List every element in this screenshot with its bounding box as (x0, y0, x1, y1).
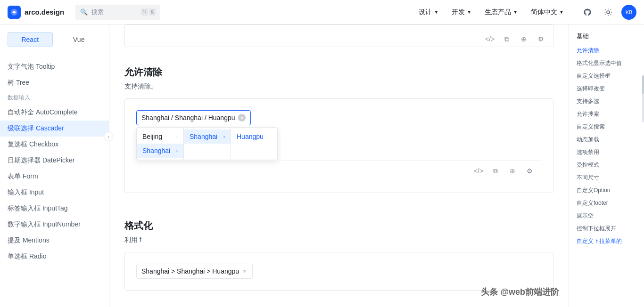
framework-tabs: React Vue (0, 32, 109, 53)
toolbar-code-btn-2[interactable]: </> (472, 164, 485, 178)
right-sidebar-link-14[interactable]: 控制下拉框展开 (569, 222, 644, 235)
section-desc-format: 利用 f (124, 236, 553, 244)
sidebar-item-datepicker[interactable]: 日期选择器 DatePicker (0, 153, 109, 169)
section-title-format: 格式化 (124, 208, 553, 232)
toolbar-expand-btn[interactable]: ⊕ (517, 32, 530, 46)
right-sidebar-link-13[interactable]: 展示空 (569, 210, 644, 222)
arrow-right-icon: › (176, 148, 178, 154)
copy-icon: ⧉ (493, 167, 498, 175)
format-cascader-value: Shanghai > Shanghai > Huangpu (141, 267, 239, 275)
cascader-clear-button[interactable]: ✕ (238, 114, 246, 121)
right-sidebar-link-15[interactable]: 自定义下拉菜单的 (569, 235, 644, 248)
right-sidebar-link-4[interactable]: 支持多选 (569, 95, 644, 108)
nav-link-ecosystem[interactable]: 生态产品 ▼ (478, 0, 524, 24)
sidebar-item-cascader[interactable]: 级联选择 Cascader (0, 121, 109, 137)
right-sidebar-link-10[interactable]: 不同尺寸 (569, 171, 644, 184)
sidebar-item-radio[interactable]: 单选框 Radio (0, 249, 109, 265)
tab-react[interactable]: React (8, 32, 53, 47)
nav-link-design[interactable]: 设计 ▼ (412, 0, 445, 24)
cascader-input[interactable]: Shanghai / Shanghai / Huangpu ✕ (136, 110, 251, 125)
sidebar-item-tree[interactable]: 树 Tree (0, 75, 109, 91)
format-cascader-input[interactable]: Shanghai > Shanghai > Huangpu ▼ (136, 264, 253, 279)
sidebar-item-inputtag[interactable]: 标签输入框 InputTag (0, 201, 109, 217)
right-sidebar-link-9[interactable]: 受控模式 (569, 159, 644, 171)
left-sidebar: React Vue 文字气泡 Tooltip 树 Tree 数据输入 自动补全 … (0, 24, 109, 307)
cascader-option-beijing[interactable]: Beijing › (137, 129, 183, 144)
section-format: 格式化 利用 f Shanghai > Shanghai > Huangpu ▼ (124, 208, 553, 291)
chevron-down-icon: ▼ (467, 9, 471, 15)
arrow-right-icon: › (176, 134, 178, 139)
section-desc-allow-clear: 支持清除。 (124, 82, 553, 91)
svg-line-9 (611, 9, 611, 10)
svg-line-4 (605, 9, 606, 10)
copy-icon: ⧉ (504, 35, 509, 43)
demo-toolbar-1: </> ⧉ ⊕ ⚙ (136, 160, 542, 181)
code-icon: </> (485, 35, 495, 43)
close-icon: ✕ (240, 115, 244, 121)
expand-icon: ⊕ (521, 35, 527, 43)
toolbar-expand-btn-2[interactable]: ⊕ (506, 164, 519, 178)
nav-icons: KB (580, 5, 636, 20)
kbd-cmd: ⌘ (141, 8, 148, 16)
partial-section-top: </> ⧉ ⊕ ⚙ (124, 24, 553, 47)
right-sidebar-link-3[interactable]: 选择即改变 (569, 82, 644, 95)
toolbar-settings-btn-2[interactable]: ⚙ (523, 164, 536, 178)
sidebar-item-datainput[interactable]: 数据输入 (0, 91, 109, 105)
cascader-option-huangpu[interactable]: Huangpu (231, 129, 278, 144)
right-sidebar-link-11[interactable]: 自定义Option (569, 184, 644, 197)
arrow-right-icon: › (223, 134, 225, 139)
settings-icon: ⚙ (527, 167, 533, 175)
svg-point-1 (607, 11, 610, 14)
sidebar-item-tooltip[interactable]: 文字气泡 Tooltip (0, 59, 109, 75)
search-placeholder: 搜索 (91, 8, 104, 16)
cascader-panel-level3: Huangpu (231, 128, 278, 160)
tab-vue[interactable]: Vue (57, 32, 102, 47)
demo-box-allow-clear: Shanghai / Shanghai / Huangpu ✕ Beijing … (124, 98, 553, 193)
logo-text: arco.design (25, 8, 64, 16)
right-sidebar: 基础 允许清除 格式化显示选中值 自定义选择框 选择即改变 支持多选 允许搜索 … (569, 24, 644, 307)
right-sidebar-link-1[interactable]: 格式化显示选中值 (569, 57, 644, 70)
svg-line-5 (611, 14, 611, 15)
sidebar-item-autocomplete[interactable]: 自动补全 AutoComplete (0, 105, 109, 121)
sidebar-item-inputnumber[interactable]: 数字输入框 InputNumber (0, 217, 109, 233)
search-bar[interactable]: 🔍 搜索 ⌘ K (75, 5, 160, 20)
right-sidebar-link-7[interactable]: 动态加载 (569, 133, 644, 146)
toolbar-copy-btn-2[interactable]: ⧉ (489, 164, 502, 178)
right-sidebar-link-0[interactable]: 允许清除 (569, 44, 644, 57)
code-icon: </> (474, 167, 483, 175)
search-icon: 🔍 (80, 8, 88, 16)
sidebar-item-input[interactable]: 输入框 Input (0, 185, 109, 201)
theme-icon[interactable] (601, 5, 616, 20)
chevron-down-icon: ▼ (559, 9, 564, 15)
github-icon[interactable] (580, 5, 595, 20)
toolbar-settings-btn[interactable]: ⚙ (534, 32, 547, 46)
chevron-down-icon: ▼ (513, 9, 518, 15)
cascader-dropdown: Beijing › Shanghai › Shanghai › (136, 127, 278, 160)
search-keyboard-shortcut: ⌘ K (141, 8, 156, 16)
logo[interactable]: arco.design (8, 6, 64, 19)
section-title-allow-clear: 允许清除 (124, 55, 553, 79)
toolbar-copy-btn[interactable]: ⧉ (500, 32, 513, 46)
right-sidebar-title: 基础 (569, 30, 644, 44)
scrollbar-thumb (642, 75, 644, 94)
right-sidebar-link-12[interactable]: 自定义footer (569, 197, 644, 210)
nav-links: 设计 ▼ 开发 ▼ 生态产品 ▼ 简体中文 ▼ (412, 0, 570, 24)
right-sidebar-link-8[interactable]: 选项禁用 (569, 146, 644, 159)
sidebar-item-mentions[interactable]: 提及 Mentions (0, 233, 109, 249)
cascader-option-shanghai-district[interactable]: Shanghai › (184, 129, 231, 144)
toolbar-code-btn[interactable]: </> (483, 32, 496, 46)
cascader-selected-value: Shanghai / Shanghai / Huangpu (141, 114, 235, 121)
user-avatar[interactable]: KB (621, 5, 636, 20)
sidebar-item-checkbox[interactable]: 复选框 Checkbox (0, 137, 109, 153)
top-navigation: arco.design 🔍 搜索 ⌘ K 设计 ▼ 开发 ▼ 生态产品 ▼ 简体… (0, 0, 644, 24)
section-allow-clear: 允许清除 支持清除。 Shanghai / Shanghai / Huangpu… (124, 55, 553, 193)
right-sidebar-link-6[interactable]: 自定义搜索 (569, 121, 644, 133)
nav-link-dev[interactable]: 开发 ▼ (445, 0, 478, 24)
cascader-option-shanghai[interactable]: Shanghai › (137, 144, 183, 158)
sidebar-item-form[interactable]: 表单 Form (0, 169, 109, 185)
right-sidebar-link-2[interactable]: 自定义选择框 (569, 70, 644, 82)
page-body: React Vue 文字气泡 Tooltip 树 Tree 数据输入 自动补全 … (0, 24, 644, 307)
right-sidebar-link-5[interactable]: 允许搜索 (569, 108, 644, 121)
cascader-panel-level1: Beijing › Shanghai › (137, 128, 184, 160)
nav-link-lang[interactable]: 简体中文 ▼ (524, 0, 570, 24)
